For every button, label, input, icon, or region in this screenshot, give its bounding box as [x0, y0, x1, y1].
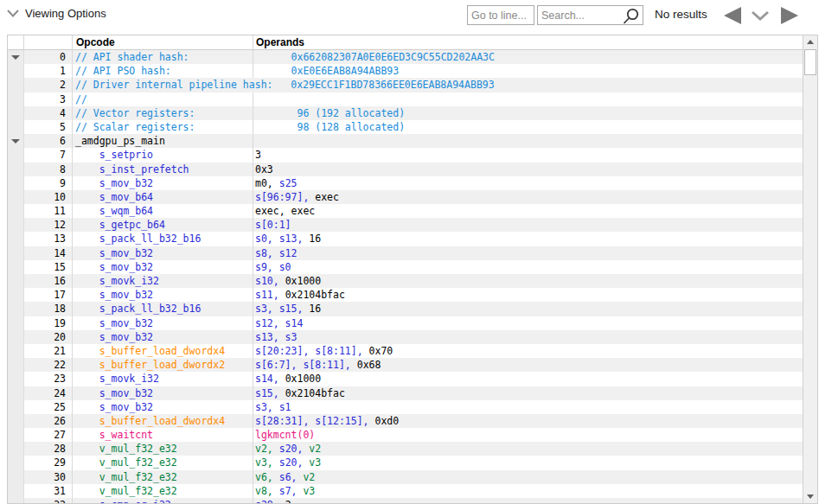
gutter-cell	[8, 344, 24, 358]
opcode-cell: // Driver internal pipeline hash: 0x29EC…	[73, 78, 803, 92]
table-row[interactable]: 0// API shader hash: 0x662082307A0E0E6ED…	[8, 50, 803, 64]
line-number-cell: 28	[24, 442, 73, 456]
table-row[interactable]: 32 s_cmp_eq_i32s28, 2	[8, 498, 803, 503]
opcode-cell: s_mov_b32	[73, 400, 253, 414]
table-row[interactable]: 3//	[8, 93, 803, 106]
table-row[interactable]: 5// Scalar registers: 98 (128 allocated)	[8, 120, 803, 134]
table-row[interactable]: 30 v_mul_f32_e32v6, s6, v2	[8, 470, 803, 484]
table-row[interactable]: 31 v_mul_f32_e32v8, s7, v3	[8, 484, 803, 498]
header-opcode[interactable]: Opcode	[73, 35, 253, 49]
opcode-cell: _amdgpu_ps_main	[73, 134, 253, 148]
line-number-cell: 27	[24, 428, 73, 442]
opcode-cell: // Scalar registers:	[73, 120, 253, 134]
opcode-cell: // API PSO hash:	[73, 64, 253, 78]
line-number-cell: 23	[24, 372, 73, 386]
table-row[interactable]: 2// Driver internal pipeline hash: 0x29E…	[8, 78, 803, 92]
opcode-cell: s_buffer_load_dwordx4	[73, 414, 253, 428]
line-number-cell: 4	[24, 106, 73, 120]
operands-cell: v6, s6, v2	[253, 470, 803, 484]
gutter-cell	[8, 316, 24, 330]
next-result-button[interactable]	[777, 6, 803, 27]
gutter-cell	[8, 442, 24, 456]
table-row[interactable]: 13 s_pack_ll_b32_b16s0, s13, 16	[8, 232, 803, 246]
line-number-cell: 20	[24, 330, 73, 344]
table-row[interactable]: 1// API PSO hash: 0xE0E6EAB8A94ABB93	[8, 64, 803, 78]
scrollbar-thumb[interactable]	[804, 49, 816, 75]
gutter-cell	[8, 358, 24, 372]
table-row[interactable]: 10 s_mov_b64s[96:97], exec	[8, 190, 803, 204]
gutter-cell	[8, 428, 24, 442]
header-line-number-cell	[24, 35, 73, 49]
scroll-down-button[interactable]	[803, 490, 817, 503]
table-row[interactable]: 19 s_mov_b32s12, s14	[8, 316, 803, 330]
operands-cell: s12, s14	[253, 316, 803, 330]
table-row[interactable]: 4// Vector registers: 96 (192 allocated)	[8, 106, 803, 120]
table-row[interactable]: 22 s_buffer_load_dwordx2s[6:7], s[8:11],…	[8, 358, 803, 372]
opcode-cell: v_mul_f32_e32	[73, 484, 253, 498]
table-row[interactable]: 27 s_waitcntlgkmcnt(0)	[8, 428, 803, 442]
opcode-cell: s_mov_b32	[73, 176, 253, 190]
table-row[interactable]: 17 s_mov_b32s11, 0x2104bfac	[8, 288, 803, 302]
arrow-right-icon	[779, 6, 802, 25]
opcode-cell: s_movk_i32	[73, 372, 253, 386]
operands-cell: s0, s13, 16	[253, 232, 803, 246]
operands-cell: 3	[253, 148, 803, 162]
table-row[interactable]: 11 s_wqm_b64exec, exec	[8, 204, 803, 218]
header-operands[interactable]: Operands	[253, 35, 803, 49]
gutter-cell	[8, 78, 24, 92]
table-row[interactable]: 16 s_movk_i32s10, 0x1000	[8, 274, 803, 288]
goto-line-input[interactable]	[467, 5, 534, 25]
gutter-cell	[8, 134, 24, 148]
table-row[interactable]: 15 s_mov_b32s9, s0	[8, 260, 803, 274]
viewing-options-label: Viewing Options	[25, 7, 106, 20]
table-row[interactable]: 29 v_mul_f32_e32v3, s20, v3	[8, 456, 803, 469]
gutter-cell	[8, 50, 24, 64]
table-row[interactable]: 6_amdgpu_ps_main	[8, 134, 803, 148]
gutter-cell	[8, 302, 24, 316]
opcode-cell: s_pack_ll_b32_b16	[73, 232, 253, 246]
line-number-cell: 17	[24, 288, 73, 302]
opcode-cell: s_getpc_b64	[73, 218, 253, 232]
table-header: Opcode Operands	[8, 35, 803, 50]
opcode-cell: s_movk_i32	[73, 274, 253, 288]
table-row[interactable]: 9 s_mov_b32m0, s25	[8, 176, 803, 190]
previous-result-button[interactable]	[719, 6, 745, 27]
operands-cell	[253, 93, 803, 106]
vertical-scrollbar[interactable]	[803, 35, 817, 503]
operands-cell: s28, 2	[253, 498, 803, 503]
search-options-dropdown[interactable]	[750, 10, 771, 23]
table-row[interactable]: 21 s_buffer_load_dwordx4s[20:23], s[8:11…	[8, 344, 803, 358]
table-row[interactable]: 24 s_mov_b32s15, 0x2104bfac	[8, 386, 803, 400]
table-row[interactable]: 25 s_mov_b32s3, s1	[8, 400, 803, 414]
table-row[interactable]: 26 s_buffer_load_dwordx4s[28:31], s[12:1…	[8, 414, 803, 428]
line-number-cell: 21	[24, 344, 73, 358]
operands-cell: v2, s20, v2	[253, 442, 803, 456]
opcode-cell: s_mov_b32	[73, 246, 253, 260]
opcode-cell: s_inst_prefetch	[73, 163, 253, 176]
table-row[interactable]: 28 v_mul_f32_e32v2, s20, v2	[8, 442, 803, 456]
line-number-cell: 15	[24, 260, 73, 274]
table-row[interactable]: 8 s_inst_prefetch0x3	[8, 163, 803, 176]
operands-cell: s3, s1	[253, 400, 803, 414]
scroll-up-button[interactable]	[803, 35, 817, 48]
table-row[interactable]: 18 s_pack_ll_b32_b16s3, s15, 16	[8, 302, 803, 316]
table-row[interactable]: 14 s_mov_b32s8, s12	[8, 246, 803, 260]
operands-cell: s[96:97], exec	[253, 190, 803, 204]
table-row[interactable]: 23 s_movk_i32s14, 0x1000	[8, 372, 803, 386]
viewing-options-toggle[interactable]: Viewing Options	[7, 7, 106, 20]
opcode-cell: s_setprio	[73, 148, 253, 162]
table-row[interactable]: 20 s_mov_b32s13, s3	[8, 330, 803, 344]
disassembly-table: Opcode Operands 0// API shader hash: 0x6…	[7, 35, 818, 504]
line-number-cell: 30	[24, 470, 73, 484]
table-row[interactable]: 12 s_getpc_b64s[0:1]	[8, 218, 803, 232]
operands-cell: s3, s15, 16	[253, 302, 803, 316]
operands-cell: 0x662082307A0E0E6ED3C9C55CD202AA3C	[253, 50, 803, 64]
collapse-arrow-icon[interactable]	[11, 55, 20, 60]
collapse-arrow-icon[interactable]	[11, 139, 20, 144]
search-input[interactable]	[537, 5, 643, 25]
table-row[interactable]: 7 s_setprio3	[8, 148, 803, 162]
line-number-cell: 9	[24, 176, 73, 190]
gutter-cell	[8, 372, 24, 386]
operands-cell: s[0:1]	[253, 218, 803, 232]
gutter-cell	[8, 274, 24, 288]
